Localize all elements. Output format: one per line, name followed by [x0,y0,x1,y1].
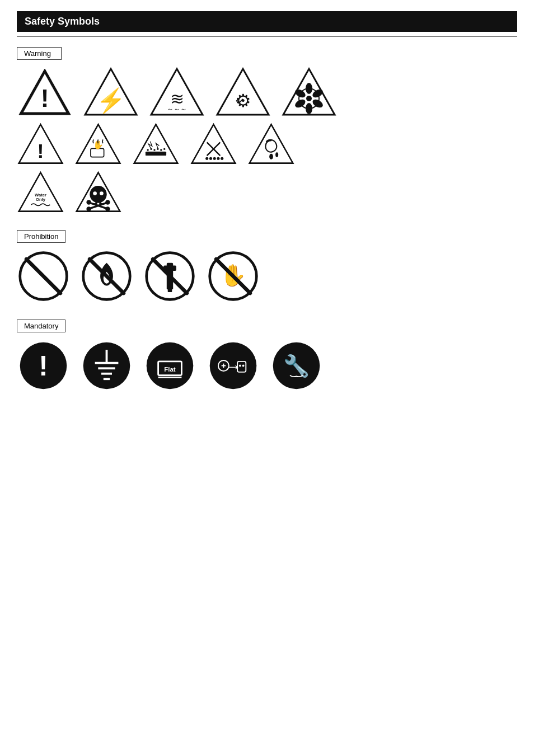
prohibition-section: Prohibition [17,230,517,303]
svg-text:～～～: ～～～ [167,105,187,113]
svg-point-14 [306,96,312,101]
svg-text:⚡: ⚡ [96,87,126,115]
general-warning-icon: ! [17,67,73,117]
no-drill-icon [143,250,196,303]
svg-point-51 [100,191,104,195]
svg-point-50 [93,191,97,195]
caution-warning-icon: ! [17,123,64,165]
svg-point-58 [105,200,110,204]
mandatory-section: Mandatory ! [17,320,517,392]
prohibition-row-1: ✋ [17,250,517,303]
svg-point-28 [147,149,148,151]
svg-text:Only: Only [36,197,46,202]
svg-marker-34 [192,124,236,163]
svg-point-33 [163,148,165,150]
svg-point-39 [213,157,216,160]
svg-text:!: ! [38,140,44,162]
svg-point-37 [205,157,208,160]
prohibition-label: Prohibition [17,230,65,243]
no-touch-icon: ✋ [207,250,260,303]
svg-text:!: ! [39,350,48,381]
fan-blade-icon [281,67,337,117]
svg-point-38 [209,157,212,160]
electrical-hazard-icon: ⚡ [83,67,139,117]
svg-text:Flat: Flat [164,366,175,373]
svg-point-41 [221,157,223,160]
svg-point-57 [86,200,91,204]
svg-point-32 [160,149,162,151]
header-divider [17,36,517,37]
svg-point-43 [269,154,273,159]
svg-point-89 [242,365,245,367]
hand-burn-icon: ✋ [74,123,122,165]
warning-section: Warning ! ⚡ ≋ ～～～ [17,47,517,213]
general-prohibition-icon [17,250,70,303]
toxic-skull-icon [74,171,122,213]
mandatory-general-icon: ! [17,339,70,392]
svg-text:!: ! [41,84,49,112]
mandatory-row-1: ! Flat [17,339,517,392]
warning-row-1: ! ⚡ ≋ ～～～ ⚙ [17,67,517,117]
svg-point-44 [275,152,278,157]
svg-point-88 [239,365,241,367]
flat-surface-icon: Flat [143,339,196,392]
connect-equipment-icon: → [207,339,260,392]
svg-point-18 [306,103,312,114]
page-header: Safety Symbols [17,11,517,32]
svg-point-59 [86,206,91,211]
svg-text:🔧: 🔧 [283,353,310,379]
svg-point-15 [306,83,312,94]
svg-rect-27 [146,152,166,156]
svg-point-60 [105,206,110,211]
svg-point-40 [217,157,219,160]
no-fire-icon [80,250,133,303]
abrasive-surface-icon [132,123,180,165]
svg-rect-68 [168,288,172,292]
earth-ground-icon [80,339,133,392]
entanglement-gear-icon: ⚙ [215,67,271,117]
warning-row-3: Water Only [17,171,517,213]
header-title: Safety Symbols [25,16,100,27]
warning-row-2: ! ✋ [17,123,517,165]
warning-label: Warning [17,47,62,60]
hot-surface-icon: ≋ ～～～ [149,67,205,117]
crush-hazard-icon [190,123,237,165]
use-tool-icon: 🔧 [270,339,323,392]
water-drip-icon [247,123,295,165]
water-only-icon: Water Only [17,171,64,213]
svg-point-75 [83,342,130,389]
svg-point-30 [153,149,155,151]
mandatory-label: Mandatory [17,320,65,332]
